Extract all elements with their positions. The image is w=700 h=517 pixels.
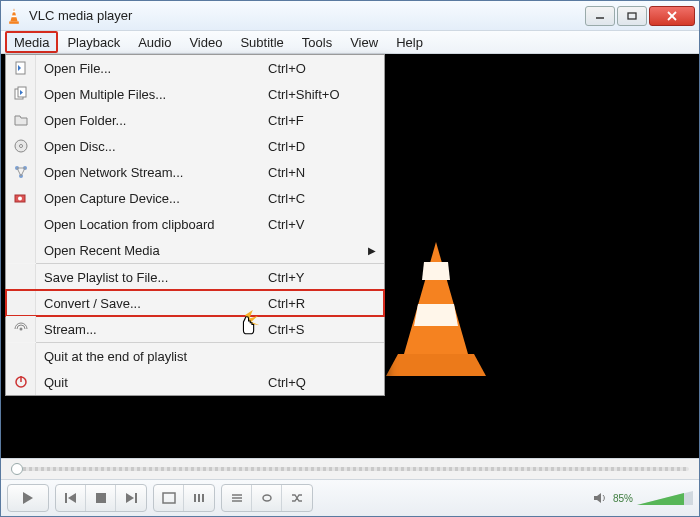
maximize-button[interactable] [617, 6, 647, 26]
menu-shortcut: Ctrl+Y [268, 270, 368, 285]
shuffle-button[interactable] [282, 485, 312, 511]
menu-open-network-stream[interactable]: Open Network Stream... Ctrl+N [6, 159, 384, 185]
seek-bar[interactable] [1, 458, 699, 480]
menu-open-recent-media[interactable]: Open Recent Media ▶ [6, 237, 384, 263]
volume-slider[interactable] [637, 489, 693, 507]
svg-point-23 [18, 197, 22, 201]
menu-shortcut: Ctrl+C [268, 191, 368, 206]
equalizer-icon [192, 492, 206, 504]
vlc-cone-icon [5, 7, 23, 25]
svg-marker-40 [594, 493, 601, 503]
content-area: Open File... Ctrl+O Open Multiple Files.… [1, 54, 699, 458]
menu-shortcut: Ctrl+Q [268, 375, 368, 390]
svg-marker-31 [126, 493, 134, 503]
menu-shortcut: Ctrl+S [268, 322, 368, 337]
volume-percent: 85% [613, 493, 633, 504]
menu-quit-end-playlist[interactable]: Quit at the end of playlist [6, 343, 384, 369]
svg-rect-30 [96, 493, 106, 503]
files-icon [13, 86, 29, 102]
speaker-icon [593, 491, 609, 505]
menu-open-location-clipboard[interactable]: Open Location from clipboard Ctrl+V [6, 211, 384, 237]
menu-label: Open Network Stream... [36, 165, 268, 180]
menu-convert-save[interactable]: Convert / Save... Ctrl+R [6, 290, 384, 316]
play-button[interactable] [8, 485, 48, 511]
menu-label: Quit [36, 375, 268, 390]
menu-label: Open Multiple Files... [36, 87, 268, 102]
svg-rect-1 [12, 10, 16, 12]
svg-rect-2 [11, 15, 16, 17]
menu-label: Open File... [36, 61, 268, 76]
menu-label: Convert / Save... [36, 296, 268, 311]
svg-point-18 [19, 145, 22, 148]
menu-label: Save Playlist to File... [36, 270, 268, 285]
svg-rect-32 [135, 493, 137, 503]
svg-rect-5 [628, 13, 636, 19]
menu-playback[interactable]: Playback [58, 31, 129, 53]
capture-icon [13, 190, 29, 206]
menu-label: Quit at the end of playlist [36, 349, 268, 364]
menu-open-multiple-files[interactable]: Open Multiple Files... Ctrl+Shift+O [6, 81, 384, 107]
previous-button[interactable] [56, 485, 86, 511]
media-dropdown: Open File... Ctrl+O Open Multiple Files.… [5, 54, 385, 396]
menu-stream[interactable]: Stream... Ctrl+S [6, 316, 384, 342]
stream-icon [13, 321, 29, 337]
menu-video[interactable]: Video [180, 31, 231, 53]
playlist-button[interactable] [222, 485, 252, 511]
fullscreen-button[interactable] [154, 485, 184, 511]
menu-help[interactable]: Help [387, 31, 432, 53]
close-button[interactable] [649, 6, 695, 26]
menu-label: Open Folder... [36, 113, 268, 128]
menu-open-folder[interactable]: Open Folder... Ctrl+F [6, 107, 384, 133]
window-title: VLC media player [29, 8, 585, 23]
menu-shortcut: Ctrl+D [268, 139, 368, 154]
svg-rect-34 [194, 494, 196, 502]
menu-view[interactable]: View [341, 31, 387, 53]
svg-point-24 [19, 328, 22, 331]
menu-label: Open Capture Device... [36, 191, 268, 206]
extended-settings-button[interactable] [184, 485, 214, 511]
menu-label: Open Recent Media [36, 243, 268, 258]
menu-media[interactable]: Media [5, 31, 58, 53]
svg-marker-27 [23, 492, 33, 504]
seek-track[interactable] [11, 467, 689, 471]
menu-tools[interactable]: Tools [293, 31, 341, 53]
next-button[interactable] [116, 485, 146, 511]
folder-icon [13, 112, 29, 128]
play-button-group [7, 484, 49, 512]
menu-shortcut: Ctrl+R [268, 296, 368, 311]
seek-knob[interactable] [11, 463, 23, 475]
stop-icon [95, 492, 107, 504]
app-window: VLC media player Media Playback Audio Vi… [0, 0, 700, 517]
svg-marker-10 [414, 304, 458, 326]
playlist-icon [230, 492, 244, 504]
menu-label: Open Location from clipboard [36, 217, 268, 232]
titlebar: VLC media player [1, 1, 699, 31]
menu-shortcut: Ctrl+Shift+O [268, 87, 368, 102]
svg-marker-42 [637, 493, 684, 505]
menu-open-file[interactable]: Open File... Ctrl+O [6, 55, 384, 81]
stop-button[interactable] [86, 485, 116, 511]
svg-rect-36 [202, 494, 204, 502]
menu-open-disc[interactable]: Open Disc... Ctrl+D [6, 133, 384, 159]
svg-rect-28 [65, 493, 67, 503]
svg-rect-35 [198, 494, 200, 502]
shuffle-icon [290, 492, 304, 504]
minimize-button[interactable] [585, 6, 615, 26]
menu-label: Stream... [36, 322, 268, 337]
svg-marker-29 [68, 493, 76, 503]
menu-audio[interactable]: Audio [129, 31, 180, 53]
quit-icon [13, 374, 29, 390]
svg-rect-33 [163, 493, 175, 503]
menu-shortcut: Ctrl+F [268, 113, 368, 128]
menu-quit[interactable]: Quit Ctrl+Q [6, 369, 384, 395]
menu-save-playlist[interactable]: Save Playlist to File... Ctrl+Y [6, 264, 384, 290]
volume-control[interactable]: 85% [593, 489, 693, 507]
fullscreen-icon [162, 492, 176, 504]
svg-marker-11 [386, 354, 486, 376]
disc-icon [13, 138, 29, 154]
menu-subtitle[interactable]: Subtitle [231, 31, 292, 53]
menu-shortcut: Ctrl+V [268, 217, 368, 232]
loop-button[interactable] [252, 485, 282, 511]
loop-icon [260, 492, 274, 504]
menu-open-capture-device[interactable]: Open Capture Device... Ctrl+C [6, 185, 384, 211]
